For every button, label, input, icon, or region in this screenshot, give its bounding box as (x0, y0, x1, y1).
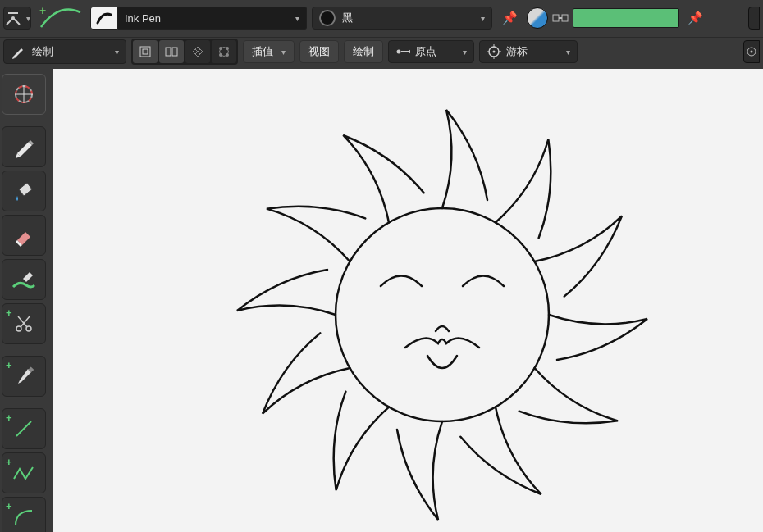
tool-cutter[interactable]: + (2, 303, 46, 344)
svg-marker-19 (409, 49, 410, 54)
stroke-placement-dropdown[interactable] (3, 7, 31, 30)
plus-icon: + (39, 4, 46, 17)
plus-icon: + (6, 307, 12, 319)
eyedropper-icon (13, 366, 34, 387)
cursor-target-icon (487, 44, 501, 59)
svg-rect-7 (140, 47, 150, 57)
svg-point-21 (493, 51, 496, 53)
plus-icon: + (6, 359, 12, 371)
menu-interpolate-label: 插值 (252, 44, 273, 59)
svg-rect-10 (172, 48, 177, 56)
pivot-label: 原点 (415, 44, 436, 59)
pencil-icon (11, 44, 25, 59)
svg-point-17 (397, 50, 401, 54)
color-swatch-icon (319, 10, 336, 26)
pin-icon[interactable]: 📌 (683, 7, 707, 30)
menu-view-label: 视图 (308, 44, 330, 59)
overlay-toggle-3[interactable] (185, 40, 210, 63)
cursor-dropdown[interactable]: 游标 (479, 40, 578, 63)
mode-label: 绘制 (32, 44, 53, 59)
tool-line[interactable]: + (2, 408, 46, 449)
chevron-down-icon (281, 48, 286, 57)
color-mode-icon[interactable] (527, 7, 548, 29)
bucket-icon (12, 180, 35, 202)
tool-eyedropper[interactable]: + (2, 356, 46, 397)
tool-polyline[interactable]: + (2, 452, 46, 493)
svg-rect-4 (553, 15, 559, 21)
brush-stroke-icon (11, 269, 36, 290)
chevron-down-icon (463, 48, 467, 57)
overlay-toggle-4[interactable] (212, 40, 236, 63)
tool-fill[interactable] (2, 171, 46, 211)
arc-icon (12, 506, 35, 529)
cursor-crosshair-icon (11, 82, 36, 107)
brush-preview-icon[interactable] (90, 7, 118, 30)
chevron-down-icon (566, 48, 570, 57)
panel-edge[interactable] (748, 7, 760, 30)
scissors-icon (13, 313, 34, 334)
overlay-toggle-group (131, 39, 238, 65)
overlay-toggle-2[interactable] (159, 40, 184, 63)
brush-name-dropdown[interactable]: Ink Pen (118, 7, 307, 30)
menu-interpolate[interactable]: 插值 (243, 40, 295, 63)
link-icon[interactable] (551, 9, 569, 27)
line-icon (12, 417, 35, 440)
overlay-toggle-1[interactable] (133, 40, 158, 63)
svg-point-38 (336, 208, 549, 421)
stroke-sample-icon: + (36, 6, 85, 30)
viewport-canvas[interactable] (53, 69, 763, 532)
svg-rect-9 (166, 48, 171, 56)
pivot-icon (395, 46, 410, 57)
color-dropdown[interactable]: 黑 (312, 7, 492, 30)
eraser-icon (12, 224, 35, 247)
color-ramp[interactable] (573, 8, 679, 28)
svg-rect-5 (562, 15, 568, 21)
polyline-icon (11, 462, 36, 484)
tool-arc[interactable]: + (2, 497, 46, 532)
svg-point-27 (751, 51, 753, 53)
pivot-dropdown[interactable]: 原点 (388, 40, 474, 63)
tool-cursor[interactable] (2, 74, 46, 115)
plus-icon: + (6, 456, 12, 468)
gizmo-toggle[interactable] (743, 40, 760, 63)
tool-draw[interactable] (2, 126, 46, 167)
tool-erase[interactable] (2, 215, 46, 256)
drawing-sun-icon (53, 69, 763, 532)
color-label: 黑 (342, 11, 353, 25)
plus-icon: + (6, 500, 12, 512)
menu-view[interactable]: 视图 (299, 40, 339, 63)
svg-rect-8 (143, 49, 148, 54)
chevron-down-icon (481, 14, 485, 23)
chevron-down-icon (295, 14, 299, 23)
svg-point-3 (11, 16, 15, 20)
svg-line-37 (16, 421, 31, 436)
pencil-icon (12, 135, 35, 158)
brush-name-label: Ink Pen (125, 12, 161, 25)
cursor-label: 游标 (506, 44, 528, 59)
pin-icon[interactable]: 📌 (497, 7, 522, 30)
plus-icon: + (6, 412, 12, 424)
chevron-down-icon (115, 48, 119, 57)
menu-draw[interactable]: 绘制 (344, 40, 383, 63)
menu-draw-label: 绘制 (353, 44, 374, 59)
tool-tint[interactable] (2, 259, 46, 300)
mode-dropdown[interactable]: 绘制 (3, 39, 126, 64)
